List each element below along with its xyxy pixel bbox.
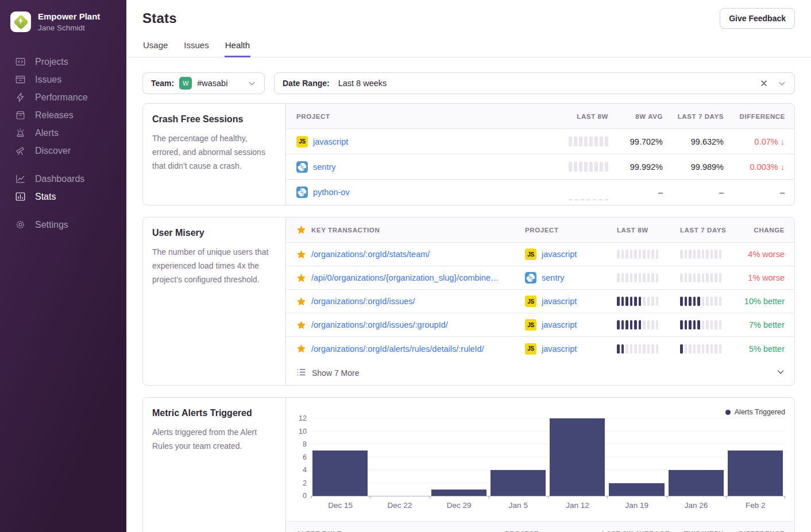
panel-title: Crash Free Sessions xyxy=(152,114,276,125)
project-link[interactable]: javascript xyxy=(542,250,577,259)
avg-value: 99.702% xyxy=(617,137,672,146)
tab-usage[interactable]: Usage xyxy=(142,40,168,57)
key-transaction-star-icon[interactable] xyxy=(296,250,306,259)
user-misery-table-header: KEY TRANSACTION PROJECT LAST 8W LAST 7 D… xyxy=(286,218,794,243)
key-transaction-star-icon[interactable] xyxy=(296,344,306,354)
team-selector[interactable]: Team: W #wasabi xyxy=(142,72,265,94)
transaction-link[interactable]: /organizations/:orgId/issues/:groupId/ xyxy=(311,320,448,329)
date-range-value: Last 8 weeks xyxy=(338,79,387,88)
settings-icon xyxy=(14,219,26,231)
transaction-link[interactable]: /api/0/organizations/{organization_slug}… xyxy=(311,273,499,282)
x-axis-label: Jan 5 xyxy=(489,501,548,510)
key-transaction-star-icon[interactable] xyxy=(296,273,306,283)
project-link[interactable]: javascript xyxy=(542,320,577,329)
x-axis-label: Dec 22 xyxy=(370,501,429,510)
sparkline xyxy=(680,297,743,306)
show-more-button[interactable]: Show 7 More xyxy=(286,360,794,385)
panel-title: Metric Alerts Triggered xyxy=(152,408,276,418)
legend-dot-icon xyxy=(725,410,731,415)
panel-description: The percentage of healthy, errored, and … xyxy=(152,131,276,173)
sidebar-nav: Projects Issues Performance Releases Ale… xyxy=(0,53,126,234)
sidebar-item-issues[interactable]: Issues xyxy=(0,71,126,88)
table-row: /organizations/:orgId/alerts/rules/detai… xyxy=(286,337,794,360)
project-link[interactable]: sentry xyxy=(313,162,336,172)
table-row: /organizations/:orgId/issues/:groupId/ J… xyxy=(286,313,794,337)
key-transaction-star-icon[interactable] xyxy=(296,225,306,235)
project-link[interactable]: sentry xyxy=(542,273,565,282)
x-axis-label: Jan 12 xyxy=(548,501,607,510)
date-range-selector[interactable]: Date Range: Last 8 weeks xyxy=(274,72,795,94)
chevron-down-icon[interactable] xyxy=(778,79,786,88)
project-link[interactable]: javascript xyxy=(542,344,577,354)
projects-icon xyxy=(14,56,26,68)
crash-free-table-header: PROJECT LAST 8W 8W AVG LAST 7 DAYS DIFFE… xyxy=(286,104,794,129)
org-logo xyxy=(10,11,31,32)
python-icon xyxy=(296,161,308,173)
sidebar-item-releases[interactable]: Releases xyxy=(0,106,126,124)
project-link[interactable]: javascript xyxy=(313,137,348,146)
bar-feb-2 xyxy=(728,451,783,496)
tab-issues[interactable]: Issues xyxy=(183,40,209,57)
transaction-link[interactable]: /organizations/:orgId/issues/ xyxy=(311,297,415,306)
sparkline xyxy=(617,273,680,282)
chevron-down-icon[interactable] xyxy=(776,367,785,378)
sidebar-item-discover[interactable]: Discover xyxy=(0,142,126,160)
give-feedback-button[interactable]: Give Feedback xyxy=(720,8,795,29)
difference-value: 0.003% ↓ xyxy=(733,162,794,172)
org-switcher[interactable]: Empower Plant Jane Schmidt xyxy=(0,9,126,38)
change-value: 5% better xyxy=(743,344,794,354)
sidebar-item-projects[interactable]: Projects xyxy=(0,53,126,71)
clear-icon[interactable] xyxy=(760,79,768,87)
javascript-icon: JS xyxy=(525,319,536,331)
key-transaction-star-icon[interactable] xyxy=(296,320,306,330)
transaction-link[interactable]: /organizations/:orgId/alerts/rules/detai… xyxy=(311,344,484,354)
sidebar-item-settings[interactable]: Settings xyxy=(0,216,126,234)
page-title: Stats xyxy=(142,10,795,26)
issues-icon xyxy=(14,74,26,86)
tab-health[interactable]: Health xyxy=(225,40,250,57)
crash-free-table: PROJECT LAST 8W 8W AVG LAST 7 DAYS DIFFE… xyxy=(286,104,794,205)
filter-row: Team: W #wasabi Date Range: Last 8 weeks xyxy=(142,72,795,94)
user-misery-panel: User Misery The number of unique users t… xyxy=(142,217,795,386)
javascript-icon: JS xyxy=(525,296,536,307)
sparkline xyxy=(617,320,680,329)
panel-description: The number of unique users that experien… xyxy=(152,245,276,286)
y-axis-label: 0 xyxy=(286,492,307,500)
bar-dec-29 xyxy=(431,490,486,496)
sparkline xyxy=(680,250,743,259)
arrow-down-icon: ↓ xyxy=(781,137,785,146)
project-link[interactable]: python-ov xyxy=(313,188,350,197)
alerts-triggered-bar-chart: Alerts Triggered 024681012Dec 15Dec 22De… xyxy=(286,398,794,521)
legend-alerts-triggered[interactable]: Alerts Triggered xyxy=(725,408,785,416)
stats-icon xyxy=(14,191,26,203)
table-row: JSjavascript 99.702% 99.632% 0.07% ↓ xyxy=(286,129,794,154)
sidebar-item-performance[interactable]: Performance xyxy=(0,88,126,106)
x-axis-label: Jan 19 xyxy=(607,501,666,510)
user-name: Jane Schmidt xyxy=(38,24,100,32)
sparkline xyxy=(617,344,680,354)
python-icon xyxy=(296,187,308,198)
sidebar-item-dashboards[interactable]: Dashboards xyxy=(0,170,126,188)
table-row: sentry 99.992% 99.989% 0.003% ↓ xyxy=(286,154,794,180)
x-axis-label: Feb 2 xyxy=(726,501,785,510)
team-avatar: W xyxy=(179,77,192,90)
y-axis-label: 2 xyxy=(286,479,307,487)
team-label: Team: xyxy=(151,79,174,88)
show-more-label: Show 7 More xyxy=(312,368,359,378)
performance-icon xyxy=(14,92,26,103)
bar-jan-12 xyxy=(550,418,605,496)
key-transaction-star-icon[interactable] xyxy=(296,297,306,306)
dashboards-icon xyxy=(14,173,26,185)
table-row: /organizations/:orgId/stats/team/ JSjava… xyxy=(286,243,794,266)
project-link[interactable]: javascript xyxy=(542,297,577,306)
avg-value: 99.992% xyxy=(617,162,672,172)
sidebar-item-stats[interactable]: Stats xyxy=(0,188,126,205)
change-value: 7% better xyxy=(743,320,794,329)
date-range-label: Date Range: xyxy=(283,79,330,88)
releases-icon xyxy=(14,110,26,121)
panel-title: User Misery xyxy=(152,228,276,238)
transaction-link[interactable]: /organizations/:orgId/stats/team/ xyxy=(311,250,430,259)
table-row: /api/0/organizations/{organization_slug}… xyxy=(286,266,794,290)
avg-value: – xyxy=(617,188,672,197)
sidebar-item-alerts[interactable]: Alerts xyxy=(0,124,126,142)
